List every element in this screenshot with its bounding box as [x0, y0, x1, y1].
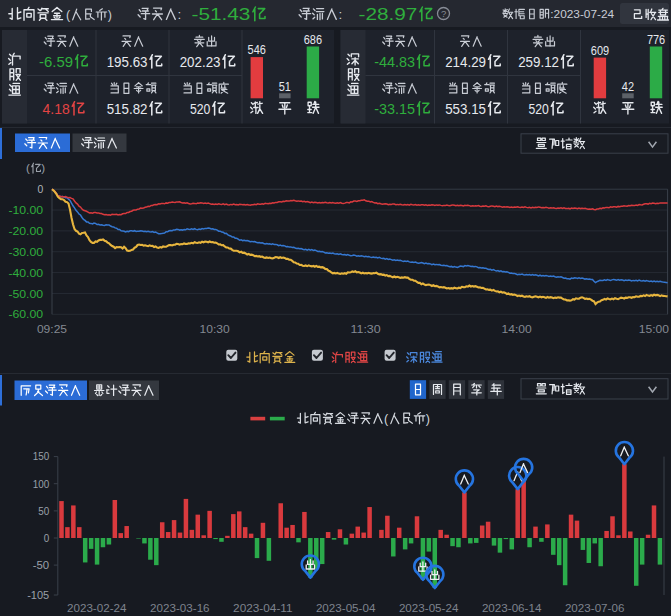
- svg-text::: :: [178, 7, 182, 22]
- svg-text:-50: -50: [33, 559, 50, 571]
- svg-text:(: (: [26, 162, 30, 174]
- svg-text:-33.15: -33.15: [374, 100, 415, 117]
- svg-text:-6.59: -6.59: [39, 53, 73, 70]
- svg-text:-30.00: -30.00: [8, 246, 43, 258]
- svg-text:-20.00: -20.00: [8, 225, 43, 237]
- svg-text:150: 150: [33, 450, 50, 462]
- svg-text:): ): [108, 8, 112, 22]
- svg-text:-44.83: -44.83: [374, 53, 415, 70]
- svg-text:0: 0: [44, 532, 50, 544]
- svg-text:15:00: 15:00: [639, 323, 669, 335]
- svg-text:09:25: 09:25: [37, 323, 67, 335]
- svg-text:2023-02-24: 2023-02-24: [67, 602, 127, 614]
- svg-text:202.23: 202.23: [180, 53, 221, 70]
- svg-text::: :: [339, 7, 343, 22]
- svg-text:609: 609: [591, 44, 610, 58]
- svg-text:195.63: 195.63: [107, 53, 148, 70]
- svg-text:520: 520: [528, 100, 549, 117]
- svg-text:-28.97: -28.97: [359, 6, 418, 23]
- svg-text:-105: -105: [27, 589, 49, 601]
- svg-text:-51.43: -51.43: [192, 6, 251, 23]
- svg-text:-10.00: -10.00: [8, 204, 43, 216]
- svg-text:2023-06-14: 2023-06-14: [482, 602, 542, 614]
- svg-text:214.29: 214.29: [445, 53, 486, 70]
- svg-text:-50.00: -50.00: [8, 288, 43, 300]
- svg-text:-60.00: -60.00: [8, 308, 43, 320]
- svg-text:2023-04-11: 2023-04-11: [233, 602, 293, 614]
- svg-text:): ): [41, 162, 45, 174]
- svg-text:259.12: 259.12: [518, 53, 559, 70]
- svg-text:10:30: 10:30: [200, 323, 230, 335]
- svg-text:?: ?: [441, 8, 446, 19]
- svg-text:520: 520: [190, 100, 211, 117]
- svg-text:2023-07-06: 2023-07-06: [565, 602, 625, 614]
- svg-text:553.15: 553.15: [445, 100, 486, 117]
- svg-text:776: 776: [647, 33, 666, 47]
- svg-text:100: 100: [33, 478, 50, 490]
- svg-text:14:00: 14:00: [502, 323, 532, 335]
- svg-text:686: 686: [304, 33, 323, 47]
- svg-text:2023-03-16: 2023-03-16: [150, 602, 210, 614]
- svg-text:50: 50: [38, 505, 49, 517]
- svg-text:): ): [426, 412, 430, 426]
- svg-text:2023-05-04: 2023-05-04: [316, 602, 376, 614]
- svg-text:42: 42: [622, 80, 634, 94]
- svg-text:51: 51: [279, 80, 291, 94]
- svg-text:11:30: 11:30: [351, 323, 381, 335]
- svg-text::2023-07-24: :2023-07-24: [550, 8, 614, 20]
- svg-text:0: 0: [37, 183, 43, 195]
- svg-text:546: 546: [248, 43, 267, 57]
- svg-text:-40.00: -40.00: [8, 267, 43, 279]
- svg-text:4.18: 4.18: [43, 100, 70, 117]
- svg-text:515.82: 515.82: [107, 100, 148, 117]
- svg-text:2023-05-24: 2023-05-24: [399, 602, 459, 614]
